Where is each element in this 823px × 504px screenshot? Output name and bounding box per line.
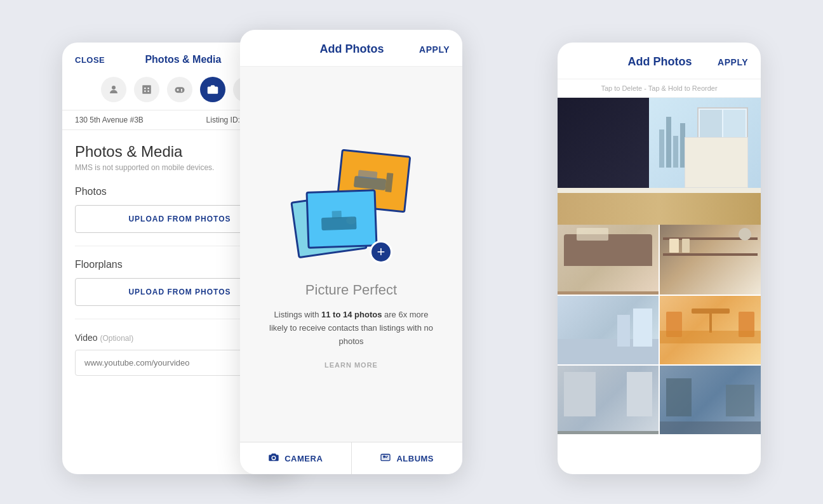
svg-point-10 [181, 90, 182, 91]
camera-label: CAMERA [284, 454, 323, 463]
screen2-title: Add Photos [320, 43, 384, 56]
person-tab[interactable] [101, 77, 126, 102]
svg-rect-17 [385, 173, 393, 192]
photo-grid [558, 98, 761, 474]
screen2-add-photos: Add Photos APPLY [240, 30, 462, 474]
upload-floorplans-label: UPLOAD FROM PHOTOS [128, 288, 231, 296]
photo-thumb-blue-room[interactable] [659, 366, 761, 434]
photo-row-2 [558, 295, 761, 364]
photo-thumb-bedroom[interactable] [558, 225, 659, 295]
photos-illustration: + [288, 140, 415, 267]
learn-more-button[interactable]: LEARN MORE [325, 361, 378, 369]
screen3-title: Add Photos [628, 55, 692, 69]
controller-tab[interactable] [167, 77, 192, 102]
upload-photos-label: UPLOAD FROM PHOTOS [128, 215, 231, 223]
albums-button[interactable]: ALBUMS [352, 442, 463, 474]
albums-label: ALBUMS [396, 454, 434, 463]
photo-thumb-living[interactable] [558, 296, 659, 364]
svg-rect-1 [142, 85, 151, 94]
screen2-footer: CAMERA ALBUMS [240, 442, 462, 474]
svg-rect-4 [144, 91, 145, 92]
listing-address: 130 5th Avenue #3B [75, 116, 144, 124]
screen2-apply-button[interactable]: APPLY [419, 44, 450, 55]
svg-point-9 [181, 89, 182, 90]
photo-row-3 [558, 364, 761, 434]
screen3-add-photos-filled: Add Photos APPLY Tap to Delete - Tap & H… [558, 43, 761, 474]
screen2-header: Add Photos APPLY [240, 30, 462, 67]
screen1-title: Photos & Media [145, 54, 221, 65]
photo-row-1 [558, 225, 761, 295]
description: Listings with 11 to 14 photos are 6x mor… [269, 308, 434, 348]
svg-rect-2 [144, 88, 145, 89]
building-tab[interactable] [134, 77, 159, 102]
albums-footer-icon [380, 453, 391, 464]
camera-button[interactable]: CAMERA [240, 442, 352, 474]
svg-rect-20 [332, 211, 342, 219]
close-button[interactable]: CLOSE [75, 55, 105, 65]
photo-thumb-room2[interactable] [558, 366, 659, 434]
svg-rect-5 [148, 91, 149, 92]
camera-footer-icon [268, 453, 279, 464]
svg-point-25 [384, 456, 385, 457]
photo-main[interactable] [558, 98, 761, 225]
screens-container: CLOSE Photos & Media SAVE 130 5th Avenue… [62, 23, 761, 481]
svg-rect-3 [148, 88, 149, 89]
photo-thumb-shelf[interactable] [659, 225, 761, 295]
svg-point-0 [112, 86, 116, 90]
tagline: Picture Perfect [305, 282, 397, 298]
photo-thumb-dining[interactable] [659, 296, 761, 364]
screen3-apply-button[interactable]: APPLY [718, 57, 748, 67]
screen3-hint: Tap to Delete - Tap & Hold to Reorder [558, 79, 761, 98]
svg-rect-6 [175, 87, 185, 93]
camera-tab[interactable] [200, 77, 225, 102]
screen3-header: Add Photos APPLY [558, 43, 761, 79]
photo-card-teal [305, 189, 377, 249]
video-label: Video (Optional) [75, 333, 133, 343]
screen2-content: + Picture Perfect Listings with 11 to 14… [240, 67, 462, 442]
add-photo-circle[interactable]: + [370, 241, 392, 263]
